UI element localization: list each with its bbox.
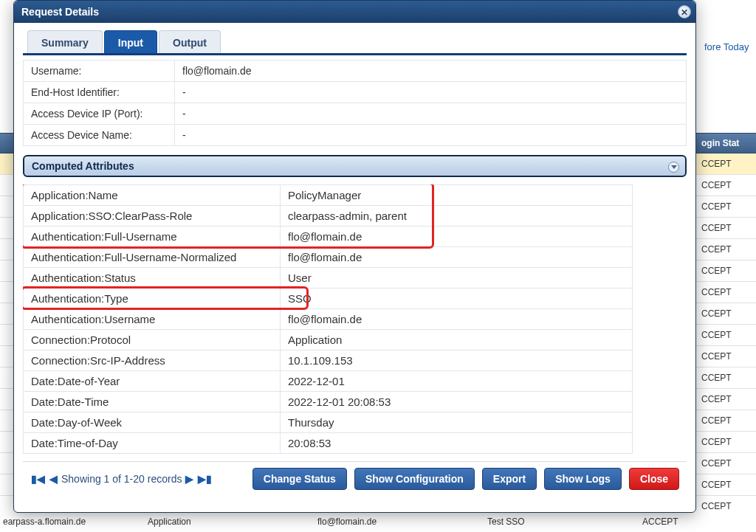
attribute-value: flo@flomain.de [281, 247, 633, 268]
bg-cell-login-status: CCEPT [697, 458, 756, 469]
bg-cell-login-status: CCEPT [697, 351, 756, 362]
dialog-titlebar: Request Details ✕ [14, 1, 695, 23]
attribute-value: flo@flomain.de [281, 309, 633, 330]
bg-cell-login-status: CCEPT [697, 159, 756, 169]
pager-text: Showing 1 of 1-20 records [61, 473, 182, 485]
bg-header-login-status: ogin Stat [697, 138, 756, 148]
computed-attributes-header[interactable]: Computed Attributes [23, 155, 687, 177]
bg-cell-login-status: CCEPT [697, 373, 756, 383]
pager-prev-icon[interactable]: ◀ [49, 473, 58, 485]
info-value: - [175, 125, 687, 146]
attribute-value: SSO [281, 289, 633, 309]
info-row: Access Device Name:- [24, 125, 687, 146]
attribute-key: Authentication:Username [24, 309, 281, 330]
info-key: Access Device IP (Port): [24, 103, 175, 125]
attribute-row: Authentication:Full-Username-Normalizedf… [24, 247, 633, 268]
attribute-row: Authentication:TypeSSO [24, 289, 633, 309]
bg-cell-login-status: CCEPT [697, 180, 756, 190]
attribute-key: Authentication:Status [24, 268, 281, 289]
attribute-value: PolicyManager [281, 185, 633, 206]
attribute-value: clearpass-admin, parent [281, 206, 633, 227]
bg-cell-login-status: CCEPT [697, 266, 756, 276]
info-key: End-Host Identifier: [24, 82, 175, 103]
attribute-key: Application:SSO:ClearPass-Role [24, 206, 281, 227]
attribute-key: Connection:Src-IP-Address [24, 350, 281, 371]
pager: ▮◀ ◀ Showing 1 of 1-20 records ▶ ▶▮ [30, 473, 213, 485]
show-configuration-button[interactable]: Show Configuration [354, 468, 475, 490]
attributes-container: Application:NamePolicyManagerApplication… [23, 184, 687, 454]
info-row: Username:flo@flomain.de [24, 61, 687, 82]
close-icon[interactable]: ✕ [678, 5, 691, 18]
attribute-row: Authentication:Full-Usernameflo@flomain.… [24, 227, 633, 247]
attribute-key: Authentication:Full-Username-Normalized [24, 247, 281, 268]
bg-cell-login-status: CCEPT [697, 480, 756, 490]
attribute-key: Connection:Protocol [24, 330, 281, 350]
attribute-key: Date:Date-Time [24, 392, 281, 412]
attribute-row: Connection:ProtocolApplication [24, 330, 633, 350]
bg-cell-login-status: CCEPT [697, 415, 756, 426]
bg-bottom-status: ACCEPT [642, 517, 756, 527]
bg-bottom-server: earpass-a.flomain.de [0, 517, 148, 527]
tab-input[interactable]: Input [104, 30, 157, 53]
pager-last-icon[interactable]: ▶▮ [197, 473, 213, 485]
attribute-value: 10.1.109.153 [281, 350, 633, 371]
bg-cell-login-status: CCEPT [697, 308, 756, 319]
bg-cell-login-status: CCEPT [697, 223, 756, 233]
dialog-body: Summary Input Output Username:flo@flomai… [14, 23, 695, 512]
tab-strip: Summary Input Output [23, 30, 687, 55]
attribute-row: Date:Day-of-WeekThursday [24, 412, 633, 433]
attribute-key: Date:Day-of-Week [24, 412, 281, 433]
info-value: - [175, 103, 687, 125]
attribute-row: Application:SSO:ClearPass-Roleclearpass-… [24, 206, 633, 227]
attribute-key: Authentication:Full-Username [24, 227, 281, 247]
bg-cell-login-status: CCEPT [697, 330, 756, 340]
bg-cell-login-status: CCEPT [697, 501, 756, 511]
attributes-table: Application:NamePolicyManagerApplication… [23, 184, 633, 454]
show-logs-button[interactable]: Show Logs [544, 468, 622, 490]
attribute-value: flo@flomain.de [281, 227, 633, 247]
request-details-dialog: Request Details ✕ Summary Input Output U… [13, 0, 696, 513]
attribute-value: Application [281, 330, 633, 350]
info-value: flo@flomain.de [175, 61, 687, 82]
attribute-value: User [281, 268, 633, 289]
dialog-footer: ▮◀ ◀ Showing 1 of 1-20 records ▶ ▶▮ Chan… [23, 461, 687, 497]
attribute-key: Date:Date-of-Year [24, 371, 281, 392]
dialog-title: Request Details [21, 6, 99, 18]
attribute-row: Date:Date-of-Year2022-12-01 [24, 371, 633, 392]
bg-cell-login-status: CCEPT [697, 201, 756, 212]
bg-cell-login-status: CCEPT [697, 287, 756, 297]
attribute-key: Date:Time-of-Day [24, 433, 281, 454]
bg-cell-login-status: CCEPT [697, 244, 756, 255]
bg-cell-login-status: CCEPT [697, 437, 756, 447]
attribute-row: Date:Time-of-Day20:08:53 [24, 433, 633, 454]
attribute-key: Authentication:Type [24, 289, 281, 309]
bg-bottom-type: Application [148, 517, 317, 527]
info-key: Access Device Name: [24, 125, 175, 146]
bg-bottom-service: Test SSO [487, 517, 642, 527]
close-button[interactable]: Close [629, 468, 679, 490]
attribute-value: 20:08:53 [281, 433, 633, 454]
section-title: Computed Attributes [32, 160, 134, 172]
attribute-row: Authentication:Usernameflo@flomain.de [24, 309, 633, 330]
info-row: Access Device IP (Port):- [24, 103, 687, 125]
tab-summary[interactable]: Summary [27, 30, 103, 53]
bg-before-today-link: fore Today [704, 41, 749, 52]
bg-bottom-row: earpass-a.flomain.de Application flo@flo… [0, 512, 756, 531]
attribute-row: Authentication:StatusUser [24, 268, 633, 289]
bg-bottom-user: flo@flomain.de [317, 517, 487, 527]
attribute-row: Date:Date-Time2022-12-01 20:08:53 [24, 392, 633, 412]
pager-first-icon[interactable]: ▮◀ [30, 473, 46, 485]
tab-output[interactable]: Output [159, 30, 221, 53]
attribute-value: 2022-12-01 20:08:53 [281, 392, 633, 412]
pager-next-icon[interactable]: ▶ [185, 473, 194, 485]
attribute-row: Connection:Src-IP-Address10.1.109.153 [24, 350, 633, 371]
attribute-row: Application:NamePolicyManager [24, 185, 633, 206]
chevron-down-icon[interactable] [668, 162, 679, 173]
bg-cell-login-status: CCEPT [697, 394, 756, 404]
attribute-value: Thursday [281, 412, 633, 433]
change-status-button[interactable]: Change Status [252, 468, 347, 490]
info-table: Username:flo@flomain.deEnd-Host Identifi… [23, 60, 687, 146]
info-value: - [175, 82, 687, 103]
export-button[interactable]: Export [482, 468, 537, 490]
info-key: Username: [24, 61, 175, 82]
